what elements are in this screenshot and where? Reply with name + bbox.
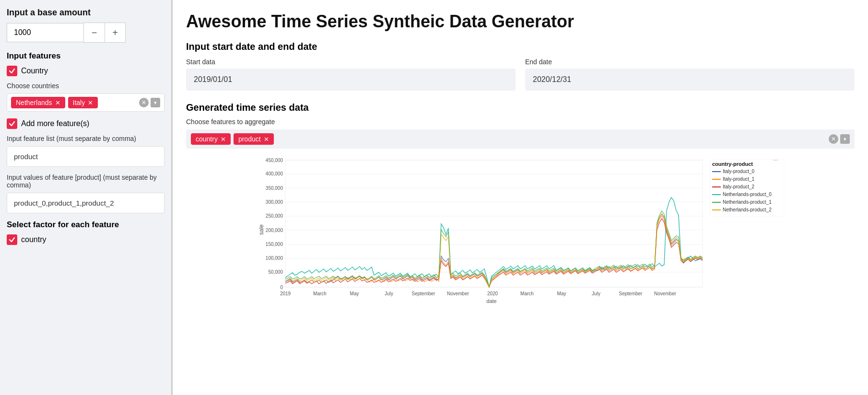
country-agg-tag-label: country <box>196 135 218 143</box>
netherlands-tag-label: Netherlands <box>16 99 52 106</box>
svg-text:November: November <box>654 291 677 296</box>
legend-italy-p0: Italy-product_0 <box>723 169 755 174</box>
end-date-group: End date <box>525 58 855 91</box>
base-amount-title: Input a base amount <box>7 8 164 18</box>
feature-values-label: Input values of feature [product] (must … <box>7 174 164 189</box>
start-date-group: Start data <box>186 58 516 91</box>
country-dropdown-arrow[interactable]: ▾ <box>151 98 160 107</box>
start-date-input[interactable] <box>186 69 516 91</box>
agg-tags-controls: ✕ ▾ <box>829 134 850 144</box>
svg-text:November: November <box>447 291 469 296</box>
country-tags-row: Netherlands ✕ Italy ✕ ✕ ▾ <box>7 93 164 112</box>
product-agg-tag-close[interactable]: ✕ <box>264 136 269 142</box>
clear-agg-tags-button[interactable]: ✕ <box>829 134 838 144</box>
page-title: Awesome Time Series Syntheic Data Genera… <box>186 12 855 32</box>
add-features-checkbox-row[interactable]: Add more feature(s) <box>7 118 164 129</box>
svg-text:300,000: 300,000 <box>266 199 283 205</box>
svg-text:250,000: 250,000 <box>266 213 283 219</box>
end-date-input[interactable] <box>525 69 855 91</box>
date-section-heading: Input start date and end date <box>186 41 855 52</box>
netherlands-tag-close[interactable]: ✕ <box>55 100 60 106</box>
country-factor-checkbox-row[interactable]: country <box>7 234 164 245</box>
svg-text:150,000: 150,000 <box>266 242 283 247</box>
gen-section-heading: Generated time series data <box>186 102 855 113</box>
legend-italy-p1: Italy-product_1 <box>723 176 755 182</box>
base-amount-input[interactable] <box>7 23 83 42</box>
svg-text:March: March <box>520 291 534 296</box>
main-content: Awesome Time Series Syntheic Data Genera… <box>173 0 868 395</box>
y-axis-label: sale <box>258 224 265 235</box>
country-tags-controls: ✕ ▾ <box>139 98 160 107</box>
legend-neth-p0: Netherlands-product_0 <box>723 192 772 197</box>
increment-button[interactable]: + <box>105 23 126 43</box>
time-series-chart: sale 0 50,000 100,000 150,000 200,000 25… <box>186 155 855 304</box>
add-features-checkbox[interactable] <box>7 118 17 129</box>
x-axis-label: date <box>486 298 496 304</box>
features-title: Input features <box>7 51 164 61</box>
agg-dropdown-arrow[interactable]: ▾ <box>840 134 850 144</box>
svg-text:50,000: 50,000 <box>268 269 283 275</box>
legend-neth-p2: Netherlands-product_2 <box>723 207 772 212</box>
base-amount-row: − + <box>7 23 164 43</box>
legend-neth-p1: Netherlands-product_1 <box>723 199 772 205</box>
product-agg-tag-label: product <box>238 135 261 143</box>
svg-rect-0 <box>285 160 703 287</box>
country-agg-tag-close[interactable]: ✕ <box>221 136 226 142</box>
sidebar: Input a base amount − + Input features C… <box>0 0 173 395</box>
svg-text:September: September <box>619 291 643 296</box>
svg-text:March: March <box>313 291 327 296</box>
feature-values-input[interactable]: product_0,product_1,product_2 <box>7 193 164 213</box>
legend-title: country-product <box>712 161 753 167</box>
chart-container: sale 0 50,000 100,000 150,000 200,000 25… <box>186 155 855 304</box>
end-date-label: End date <box>525 58 855 66</box>
country-checkbox[interactable] <box>7 66 17 76</box>
chart-menu-icon[interactable]: ··· <box>773 156 778 163</box>
product-agg-tag[interactable]: product ✕ <box>234 133 274 145</box>
italy-tag[interactable]: Italy ✕ <box>68 97 98 108</box>
add-features-label: Add more feature(s) <box>21 119 89 128</box>
agg-label: Choose features to aggregate <box>186 118 855 126</box>
svg-text:May: May <box>350 291 359 296</box>
svg-text:July: July <box>385 291 393 296</box>
choose-countries-label: Choose countries <box>7 82 164 90</box>
svg-text:2020: 2020 <box>487 291 498 296</box>
start-date-label: Start data <box>186 58 516 66</box>
feature-list-label: Input feature list (must separate by com… <box>7 135 164 142</box>
svg-text:350,000: 350,000 <box>266 186 283 191</box>
svg-text:May: May <box>557 291 566 296</box>
netherlands-tag[interactable]: Netherlands ✕ <box>11 97 65 108</box>
country-checkbox-label: Country <box>21 67 48 75</box>
agg-tags-row: country ✕ product ✕ ✕ ▾ <box>186 129 855 149</box>
italy-tag-label: Italy <box>73 99 85 106</box>
svg-text:450,000: 450,000 <box>266 158 283 163</box>
country-factor-checkbox[interactable] <box>7 234 17 245</box>
decrement-button[interactable]: − <box>83 23 105 43</box>
select-factor-title: Select factor for each feature <box>7 220 164 230</box>
svg-text:400,000: 400,000 <box>266 171 283 176</box>
svg-text:0: 0 <box>280 285 283 290</box>
date-row: Start data End date <box>186 58 855 91</box>
svg-text:200,000: 200,000 <box>266 228 283 233</box>
feature-list-input[interactable]: product <box>7 146 164 167</box>
country-agg-tag[interactable]: country ✕ <box>191 133 231 145</box>
country-checkbox-row[interactable]: Country <box>7 66 164 76</box>
clear-country-tags-button[interactable]: ✕ <box>139 98 149 107</box>
italy-tag-close[interactable]: ✕ <box>88 100 93 106</box>
svg-text:September: September <box>412 291 436 296</box>
svg-text:2019: 2019 <box>280 291 291 296</box>
svg-text:July: July <box>592 291 600 296</box>
svg-text:100,000: 100,000 <box>266 256 283 261</box>
country-factor-label: country <box>21 235 46 244</box>
legend-italy-p2: Italy-product_2 <box>723 184 755 189</box>
